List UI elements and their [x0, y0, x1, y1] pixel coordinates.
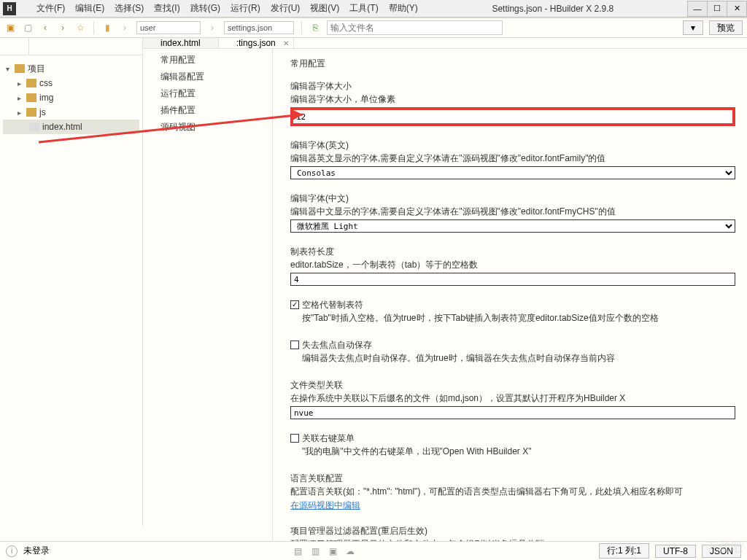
field-desc: editor.tabSize，一个制表符（tab）等于的空格数	[290, 259, 735, 271]
field-desc: 编辑器字体大小，单位像素	[290, 93, 735, 106]
path-file[interactable]: settings.json	[224, 21, 294, 34]
cloud-icon[interactable]: ☁	[344, 545, 356, 557]
menu-goto[interactable]: 跳转(G)	[190, 2, 220, 15]
forward-icon[interactable]: ›	[57, 22, 69, 34]
font-cn-select[interactable]: 微软雅黑 Light	[290, 219, 735, 233]
cat-source[interactable]: 源码视图	[143, 119, 272, 136]
menu-run[interactable]: 运行(R)	[231, 2, 260, 15]
path-user[interactable]: user	[136, 21, 201, 34]
edit-source-link[interactable]: 在源码视图中编辑	[290, 500, 360, 510]
maximize-button[interactable]: ☐	[707, 1, 727, 17]
titlebar: H 文件(F) 编辑(E) 选择(S) 查找(I) 跳转(G) 运行(R) 发行…	[0, 0, 747, 18]
field-label: 项目管理器过滤器配置(重启后生效)	[290, 525, 735, 537]
new-file-icon[interactable]: ▣	[4, 22, 16, 34]
terminal-icon[interactable]: ▣	[327, 545, 338, 557]
field-font-en: 编辑字体(英文) 编辑器英文显示的字体,需要自定义字体请在"源码视图"修改"ed…	[290, 139, 735, 179]
font-en-select[interactable]: Consolas	[290, 166, 735, 179]
folder-icon	[26, 108, 36, 117]
language-button[interactable]: JSON	[702, 545, 741, 558]
sidebar: ▾ 项目 ▸ css ▸ img ▸ js index.html	[0, 38, 143, 526]
field-font-cn: 编辑字体(中文) 编辑器中文显示的字体,需要自定义字体请在"源码视图"修改"ed…	[290, 192, 735, 233]
expand-icon[interactable]: ▸	[18, 109, 26, 117]
close-icon[interactable]: ✕	[283, 39, 289, 47]
menubar: 文件(F) 编辑(E) 选择(S) 查找(I) 跳转(G) 运行(R) 发行(U…	[19, 1, 418, 17]
menu-find[interactable]: 查找(I)	[154, 2, 179, 15]
file-search-icon[interactable]: ⎘	[309, 22, 321, 34]
tree-file-index[interactable]: index.html	[3, 120, 139, 134]
field-assoc: 文件类型关联 在操作系统中关联以下后缀名的文件（如md,json），设置其默认打…	[290, 379, 735, 419]
field-label: 关联右键菜单	[302, 432, 531, 445]
field-label: 失去焦点自动保存	[302, 339, 615, 351]
tabspace-checkbox[interactable]	[290, 300, 299, 309]
tab-settings-json[interactable]: :tings.json ✕	[219, 38, 294, 48]
back-icon[interactable]: ‹	[39, 22, 51, 34]
field-label: 语言关联配置	[290, 472, 735, 485]
editor-tabs: index.html :tings.json ✕	[143, 38, 747, 49]
tree-root[interactable]: ▾ 项目	[3, 61, 139, 76]
cursor-position[interactable]: 行:1 列:1	[599, 543, 649, 559]
folder-icon[interactable]: ▮	[101, 22, 113, 34]
tree-label: 项目	[28, 63, 45, 75]
menu-file[interactable]: 文件(F)	[36, 2, 65, 15]
tabsize-input[interactable]	[290, 273, 735, 286]
field-label: 编辑器字体大小	[290, 80, 735, 93]
field-desc: 配置语言关联(如："*.htm": "html")，可配置的语言类型点击编辑器右…	[290, 486, 735, 498]
field-tabspace: 空格代替制表符 按"Tab"时插入空格。值为true时，按下Tab键插入制表符宽…	[290, 299, 735, 326]
menu-select[interactable]: 选择(S)	[115, 2, 144, 15]
sidebar-tabstrip	[0, 38, 142, 55]
folder-icon	[26, 93, 36, 102]
chevron-right-icon: ›	[206, 22, 218, 34]
field-desc: 按"Tab"时插入空格。值为true时，按下Tab键插入制表符宽度editor.…	[302, 312, 659, 324]
encoding-button[interactable]: UTF-8	[655, 545, 696, 558]
tab-label: :tings.json	[236, 38, 276, 48]
autosave-checkbox[interactable]	[290, 341, 299, 349]
star-icon[interactable]: ☆	[74, 22, 86, 34]
separator	[301, 21, 302, 34]
cat-editor[interactable]: 编辑器配置	[143, 69, 272, 85]
expand-icon[interactable]: ▾	[6, 65, 15, 73]
tree-folder-css[interactable]: ▸ css	[3, 76, 139, 90]
fontsize-input[interactable]	[290, 107, 735, 126]
layout-icon[interactable]: ▥	[309, 545, 321, 557]
filter-button[interactable]: ▾	[683, 20, 703, 35]
statusbar: i 未登录 ▤ ▥ ▣ ☁ 行:1 列:1 UTF-8 JSON	[0, 541, 747, 560]
menu-view[interactable]: 视图(V)	[310, 2, 339, 15]
expand-icon[interactable]: ▸	[18, 79, 26, 88]
login-status[interactable]: 未登录	[23, 545, 50, 557]
settings-panel[interactable]: 常用配置 编辑器字体大小 编辑器字体大小，单位像素 编辑字体(英文) 编辑器英文…	[273, 49, 747, 560]
sidebar-tab[interactable]	[0, 38, 29, 55]
tree-folder-js[interactable]: ▸ js	[3, 105, 139, 120]
file-icon	[29, 122, 39, 131]
menu-help[interactable]: 帮助(Y)	[389, 2, 418, 15]
assoc-input[interactable]	[290, 406, 735, 419]
user-icon[interactable]: i	[6, 545, 18, 557]
tree-label: css	[39, 78, 53, 88]
close-button[interactable]: ✕	[727, 1, 747, 17]
settings-categories: 常用配置 编辑器配置 运行配置 插件配置 源码视图	[143, 49, 273, 560]
cat-plugin[interactable]: 插件配置	[143, 102, 272, 119]
field-desc: 编辑器中文显示的字体,需要自定义字体请在"源码视图"修改"editor.font…	[290, 206, 735, 218]
menu-edit[interactable]: 编辑(E)	[75, 2, 104, 15]
save-icon[interactable]: ▢	[22, 22, 34, 34]
field-fontsize: 编辑器字体大小 编辑器字体大小，单位像素	[290, 80, 735, 126]
tree-folder-img[interactable]: ▸ img	[3, 90, 139, 105]
cat-run[interactable]: 运行配置	[143, 85, 272, 102]
field-desc: 在操作系统中关联以下后缀名的文件（如md,json），设置其默认打开程序为HBu…	[290, 392, 735, 405]
search-input[interactable]	[327, 20, 503, 35]
folder-icon	[15, 64, 25, 73]
main: ▾ 项目 ▸ css ▸ img ▸ js index.html	[0, 38, 747, 526]
tree-label: img	[39, 93, 53, 103]
field-label: 编辑字体(英文)	[290, 139, 735, 152]
expand-icon[interactable]: ▸	[18, 94, 26, 102]
chevron-right-icon: ›	[119, 22, 131, 34]
tab-index-html[interactable]: index.html	[143, 38, 219, 48]
ctxmenu-checkbox[interactable]	[290, 434, 299, 443]
menu-tools[interactable]: 工具(T)	[349, 2, 378, 15]
preview-button[interactable]: 预览	[709, 20, 743, 35]
minimize-button[interactable]: —	[687, 1, 708, 17]
menu-publish[interactable]: 发行(U)	[271, 2, 301, 15]
project-tree: ▾ 项目 ▸ css ▸ img ▸ js index.html	[0, 55, 142, 140]
tab-label: index.html	[160, 38, 201, 48]
grid-icon[interactable]: ▤	[292, 545, 303, 557]
cat-common[interactable]: 常用配置	[143, 52, 272, 69]
